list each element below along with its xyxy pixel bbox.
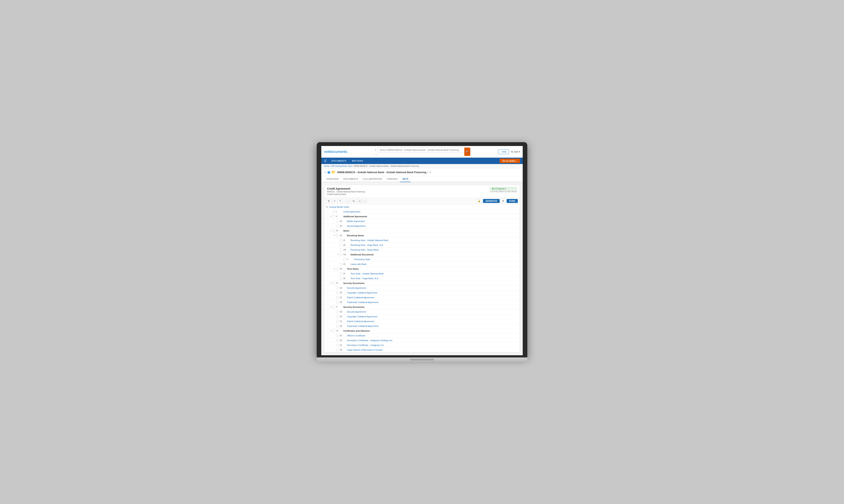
checkbox-II-b[interactable] bbox=[336, 225, 338, 227]
checkbox-IV[interactable] bbox=[333, 282, 335, 284]
toolbar-lock-btn[interactable]: 🔒 bbox=[476, 199, 482, 203]
link-second-agreement[interactable]: Second Agreement bbox=[347, 225, 366, 227]
checkbox-III-a-iii[interactable] bbox=[340, 249, 342, 251]
link-copyright-collateral-V[interactable]: Copyright Collateral Agreement bbox=[347, 316, 377, 318]
link-term-note-huge[interactable]: Term Note - Huge Bank, N.A. bbox=[350, 277, 379, 280]
toggle-V-c[interactable] bbox=[333, 320, 335, 322]
link-copyright-collateral-IV[interactable]: Copyright Collateral Agreement bbox=[347, 291, 377, 294]
toggle-V-a[interactable] bbox=[333, 311, 335, 313]
tab-collaboration[interactable]: COLLABORATION bbox=[361, 176, 384, 182]
tab-threads[interactable]: THREADS bbox=[384, 176, 400, 182]
checkbox-III-b-ii[interactable] bbox=[340, 277, 342, 280]
checkbox-III-a-iv[interactable] bbox=[340, 253, 342, 256]
checkbox-VI-a[interactable] bbox=[336, 335, 338, 337]
toggle-III-a-ii[interactable] bbox=[337, 244, 339, 246]
checkbox-VI-c[interactable] bbox=[336, 344, 338, 346]
checkbox-III-a-v[interactable] bbox=[340, 263, 342, 265]
toggle-IV-a[interactable] bbox=[333, 287, 335, 289]
toggle-I[interactable] bbox=[330, 211, 332, 213]
toggle-IV-c[interactable] bbox=[333, 296, 335, 299]
link-patent-collateral-V[interactable]: Patent Collateral Agreement bbox=[347, 320, 374, 323]
toggle-III[interactable]: ▾ bbox=[330, 230, 332, 232]
toolbar-h-btn[interactable]: H| bbox=[351, 199, 356, 203]
link-secretary-cert-imaginary[interactable]: Secretary's Certificate – Imaginary Inc. bbox=[347, 344, 384, 346]
toggle-VI-a[interactable] bbox=[333, 335, 335, 337]
toggle-VI[interactable]: ▾ bbox=[330, 330, 332, 332]
link-lease-with-bank[interactable]: Lease with Bank bbox=[350, 263, 367, 265]
link-promissory-note[interactable]: Promissory Note bbox=[354, 258, 370, 260]
go-to-matter-button[interactable]: Go to matter... bbox=[500, 159, 520, 163]
toggle-V[interactable]: ▾ bbox=[330, 306, 332, 308]
link-revolving-note-smart[interactable]: Revolving Note - Smart Bank bbox=[350, 249, 379, 251]
checkbox-V-d[interactable] bbox=[336, 325, 338, 327]
closing-binder-link[interactable]: Closing Binder Index bbox=[329, 206, 349, 208]
toggle-IV[interactable]: ▾ bbox=[330, 282, 332, 284]
link-revolving-note-goliath[interactable]: Revolving Note - Goliath National Bank bbox=[350, 239, 388, 241]
link-patent-collateral-IV[interactable]: Patent Collateral Agreement bbox=[347, 296, 374, 299]
breadcrumb-home[interactable]: Home bbox=[324, 165, 330, 167]
toggle-III-a-iv-1[interactable] bbox=[340, 258, 342, 260]
checkbox-IV-c[interactable] bbox=[336, 296, 338, 299]
matter-dropdown-arrow[interactable]: ▾ bbox=[429, 171, 431, 174]
checkbox-VI-b[interactable] bbox=[336, 339, 338, 342]
checkbox-II[interactable] bbox=[333, 215, 335, 218]
toggle-VI-d[interactable] bbox=[333, 349, 335, 351]
checkbox-IV-d[interactable] bbox=[336, 301, 338, 303]
breadcrumb-nd-closing[interactable]: ND Closing Room Test bbox=[332, 165, 352, 167]
checkbox-IV-a[interactable] bbox=[336, 287, 338, 289]
toggle-III-b[interactable]: ▾ bbox=[333, 268, 335, 270]
nav-documents[interactable]: DOCUMENTS bbox=[331, 158, 347, 164]
checkbox-III-a-ii[interactable] bbox=[340, 244, 342, 246]
link-trademark-collateral-V[interactable]: Trademark Collateral Agreement bbox=[347, 325, 379, 327]
checkbox-III-a[interactable] bbox=[336, 234, 338, 237]
tab-sets[interactable]: SETS bbox=[400, 176, 411, 182]
checkbox-III-a-iv-1[interactable] bbox=[343, 258, 346, 260]
toggle-III-a-v[interactable] bbox=[337, 263, 339, 265]
tab-overview[interactable]: OVERVIEW bbox=[324, 176, 341, 182]
link-revolving-note-huge[interactable]: Revolving Note - Huge Bank, N.A. bbox=[350, 244, 384, 246]
checkbox-I[interactable] bbox=[333, 211, 335, 213]
checkbox-II-a[interactable] bbox=[336, 220, 338, 222]
gear-button[interactable]: ⚙ bbox=[500, 199, 506, 203]
toolbar-indent-btn[interactable]: |-| bbox=[357, 199, 362, 203]
link-trademark-collateral-IV[interactable]: Trademark Collateral Agreement bbox=[347, 301, 379, 303]
checkbox-III-b[interactable] bbox=[336, 268, 338, 270]
toolbar-expand-btn[interactable]: ⊞ bbox=[326, 199, 331, 203]
toggle-II[interactable]: ▾ bbox=[330, 215, 332, 217]
link-master-agreement[interactable]: Master Agreement bbox=[347, 220, 365, 222]
toolbar-redo-btn[interactable]: ↻ bbox=[338, 199, 343, 203]
user-info[interactable]: Hi, Dan ▾ bbox=[511, 150, 520, 153]
toolbar-plus-btn[interactable]: + bbox=[346, 199, 350, 203]
link-legal-opinion-borrower[interactable]: Legal Opinion of Borrower's Counsel bbox=[347, 349, 383, 351]
search-more-dots[interactable]: ... bbox=[375, 152, 377, 156]
done-button[interactable]: DONE bbox=[507, 199, 518, 203]
toggle-IV-d[interactable] bbox=[333, 301, 335, 303]
nav-matters[interactable]: MATTERS bbox=[351, 158, 364, 164]
checkbox-VI-d[interactable] bbox=[336, 349, 338, 351]
search-button[interactable]: 🔍 bbox=[464, 147, 470, 156]
hamburger-menu[interactable]: ☰ bbox=[324, 159, 327, 162]
checkbox-V-a[interactable] bbox=[336, 310, 338, 313]
link-credit-agreement[interactable]: Credit Agreement bbox=[343, 211, 361, 213]
checkbox-VI[interactable] bbox=[333, 330, 335, 332]
checkbox-IV-b[interactable] bbox=[336, 291, 338, 294]
link-term-note-goliath[interactable]: Term Note - Goliath National Bank bbox=[350, 272, 384, 275]
toggle-VI-c[interactable] bbox=[333, 344, 335, 346]
toggle-V-d[interactable] bbox=[333, 325, 335, 327]
toggle-III-b-i[interactable] bbox=[337, 273, 339, 275]
search-input[interactable] bbox=[377, 147, 470, 152]
toggle-III-b-ii[interactable] bbox=[337, 277, 339, 280]
checkbox-V[interactable] bbox=[333, 306, 335, 308]
link-officers-certificate[interactable]: Officer's Certificate bbox=[347, 335, 365, 337]
toggle-II-a[interactable] bbox=[333, 220, 335, 222]
checkbox-III-a-i[interactable] bbox=[340, 239, 342, 241]
checkbox-V-b[interactable] bbox=[336, 316, 338, 318]
toolbar-undo-btn[interactable]: ↺ bbox=[332, 199, 337, 203]
checkbox-III[interactable] bbox=[333, 230, 335, 232]
toggle-III-a-i[interactable] bbox=[337, 239, 339, 241]
toggle-II-b[interactable] bbox=[333, 225, 335, 227]
toggle-III-a[interactable]: ▾ bbox=[333, 235, 335, 236]
toggle-IV-b[interactable] bbox=[333, 292, 335, 294]
checkbox-III-b-i[interactable] bbox=[340, 272, 342, 275]
toggle-V-b[interactable] bbox=[333, 316, 335, 318]
